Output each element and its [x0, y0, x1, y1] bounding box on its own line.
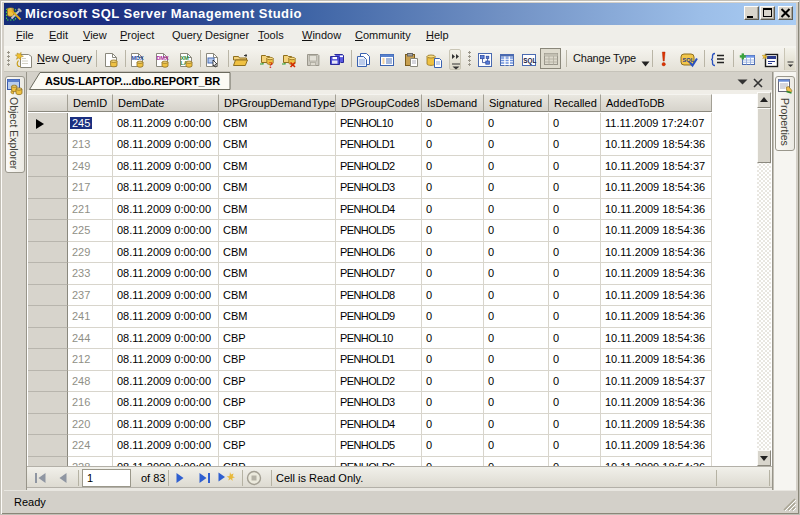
svg-text:DMX: DMX	[156, 55, 169, 61]
svg-text:SQL: SQL	[683, 57, 695, 63]
svg-text:SQL: SQL	[523, 57, 536, 65]
svg-text:?: ?	[269, 60, 274, 69]
svg-text:MDX: MDX	[131, 55, 144, 61]
